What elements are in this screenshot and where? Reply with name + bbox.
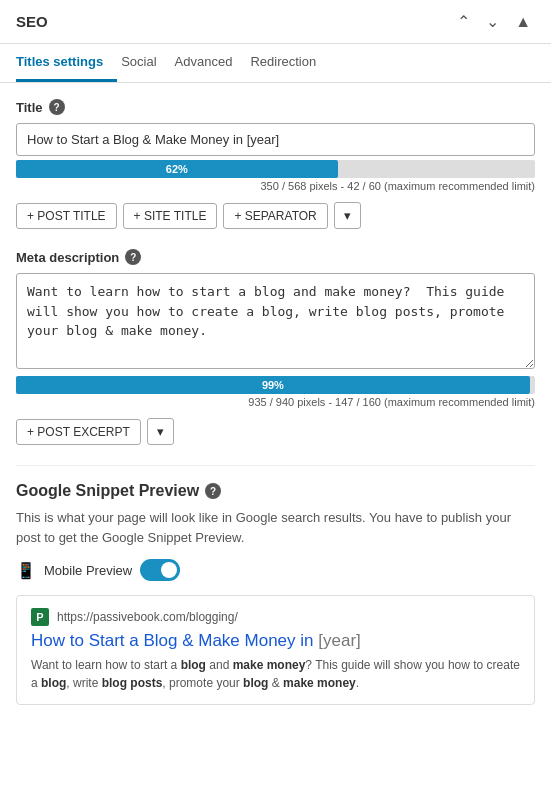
title-progress-info: 350 / 568 pixels - 42 / 60 (maximum reco… <box>16 180 535 192</box>
meta-help-icon[interactable]: ? <box>125 249 141 265</box>
snippet-title-text: How to Start a Blog & Make Money in <box>31 631 318 650</box>
divider <box>16 465 535 466</box>
meta-progress-info: 935 / 940 pixels - 147 / 160 (maximum re… <box>16 396 535 408</box>
snippet-description: This is what your page will look like in… <box>16 508 535 547</box>
snippet-heading-text: Google Snippet Preview <box>16 482 199 500</box>
snippet-url: https://passivebook.com/blogging/ <box>57 610 238 624</box>
snippet-favicon: P <box>31 608 49 626</box>
collapse-down-button[interactable]: ⌄ <box>482 10 503 33</box>
snippet-help-icon[interactable]: ? <box>205 483 221 499</box>
title-progress-label: 62% <box>166 163 188 175</box>
header: SEO ⌃ ⌄ ▲ <box>0 0 551 44</box>
content-area: Title ? 62% 350 / 568 pixels - 42 / 60 (… <box>0 83 551 741</box>
add-separator-button[interactable]: + SEPARATOR <box>223 203 327 229</box>
meta-label-text: Meta description <box>16 250 119 265</box>
bold-make-money: make money <box>233 658 306 672</box>
title-label-text: Title <box>16 100 43 115</box>
snippet-card: P https://passivebook.com/blogging/ How … <box>16 595 535 705</box>
title-more-button[interactable]: ▾ <box>334 202 361 229</box>
title-buttons-row: + POST TITLE + SITE TITLE + SEPARATOR ▾ <box>16 202 535 229</box>
snippet-heading: Google Snippet Preview ? <box>16 482 535 500</box>
tab-advanced[interactable]: Advanced <box>175 44 247 82</box>
meta-progress-container: 99% <box>16 376 535 394</box>
snippet-section: Google Snippet Preview ? This is what yo… <box>16 482 535 705</box>
tab-redirection[interactable]: Redirection <box>250 44 330 82</box>
bold-blog-posts: blog posts <box>102 676 163 690</box>
title-section: Title ? 62% 350 / 568 pixels - 42 / 60 (… <box>16 99 535 229</box>
bold-blog2: blog <box>41 676 66 690</box>
header-controls: ⌃ ⌄ ▲ <box>453 10 535 33</box>
snippet-title-bracket: [year] <box>318 631 361 650</box>
snippet-meta: Want to learn how to start a blog and ma… <box>31 656 520 692</box>
meta-field-label: Meta description ? <box>16 249 535 265</box>
tab-social[interactable]: Social <box>121 44 170 82</box>
add-post-title-button[interactable]: + POST TITLE <box>16 203 117 229</box>
meta-more-button[interactable]: ▾ <box>147 418 174 445</box>
bold-blog: blog <box>181 658 206 672</box>
bold-blog3: blog <box>243 676 268 690</box>
meta-progress-label: 99% <box>262 379 284 391</box>
mobile-preview-toggle[interactable] <box>140 559 180 581</box>
tab-titles-settings[interactable]: Titles settings <box>16 44 117 82</box>
meta-section: Meta description ? Want to learn how to … <box>16 249 535 445</box>
bold-make-money2: make money <box>283 676 356 690</box>
snippet-url-row: P https://passivebook.com/blogging/ <box>31 608 520 626</box>
snippet-title: How to Start a Blog & Make Money in [yea… <box>31 630 520 652</box>
tabs-bar: Titles settings Social Advanced Redirect… <box>0 44 551 83</box>
title-field-label: Title ? <box>16 99 535 115</box>
meta-textarea[interactable]: Want to learn how to start a blog and ma… <box>16 273 535 369</box>
title-input[interactable] <box>16 123 535 156</box>
meta-buttons-row: + POST EXCERPT ▾ <box>16 418 535 445</box>
title-help-icon[interactable]: ? <box>49 99 65 115</box>
add-post-excerpt-button[interactable]: + POST EXCERPT <box>16 419 141 445</box>
add-site-title-button[interactable]: + SITE TITLE <box>123 203 218 229</box>
toggle-slider <box>140 559 180 581</box>
expand-button[interactable]: ▲ <box>511 11 535 33</box>
meta-progress-bar: 99% <box>16 376 530 394</box>
mobile-preview-label: Mobile Preview <box>44 563 132 578</box>
collapse-up-button[interactable]: ⌃ <box>453 10 474 33</box>
panel-title: SEO <box>16 13 48 30</box>
mobile-preview-row: 📱 Mobile Preview <box>16 559 535 581</box>
title-progress-container: 62% <box>16 160 535 178</box>
mobile-phone-icon: 📱 <box>16 561 36 580</box>
title-progress-bar: 62% <box>16 160 338 178</box>
